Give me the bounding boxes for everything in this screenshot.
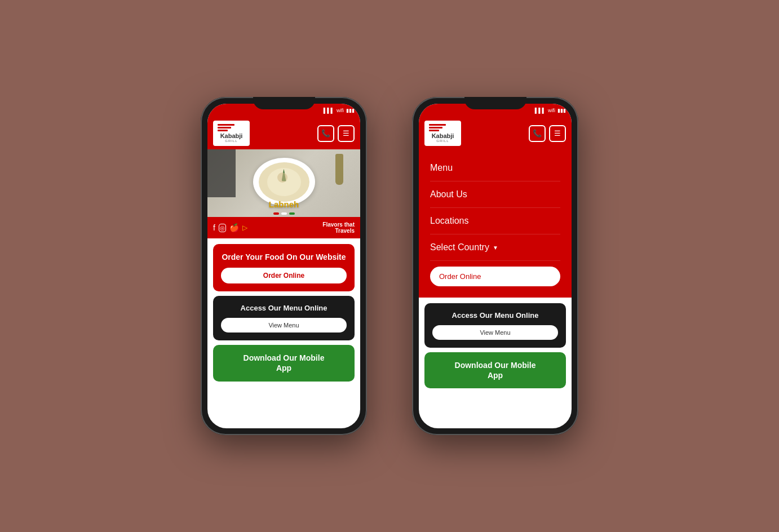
logo-line-1 — [218, 124, 234, 126]
instagram-icon[interactable]: ◎ — [219, 224, 226, 232]
download-section-2: Download Our Mobile App — [424, 352, 566, 388]
app-header-2: Kababji GRILL 📞 ☰ — [419, 117, 572, 149]
facebook-icon[interactable]: f — [213, 223, 215, 232]
tagline-1: Flavors that Travels — [322, 221, 355, 234]
download-section-1: Download Our Mobile App — [213, 345, 355, 381]
dish-label: Labneh — [269, 200, 299, 209]
nav-locations-label: Locations — [430, 216, 469, 225]
dot-green — [289, 212, 295, 215]
order-title-1: Order Your Food On Our Website — [221, 252, 347, 262]
plate — [253, 158, 315, 206]
phone-2: ▌▌▌ wifi ▮▮▮ Kababji GRILL 📞 ☰ — [412, 97, 578, 435]
battery-icon: ▮▮▮ — [346, 108, 355, 113]
nav-country-item[interactable]: Select Country — [430, 234, 560, 261]
order-online-text: Order Online — [439, 272, 481, 281]
playstore-icon[interactable]: ▷ — [242, 224, 247, 232]
logo-line-2-2 — [429, 127, 442, 128]
logo-line-3 — [218, 130, 228, 131]
dot-white — [281, 212, 287, 215]
apple-icon[interactable]: 🍎 — [229, 223, 239, 232]
bg-food-left — [207, 149, 236, 197]
wifi-icon-2: wifi — [548, 108, 555, 113]
social-icons-1: f ◎ 🍎 ▷ — [213, 223, 247, 232]
logo-lines-2 — [429, 124, 457, 131]
logo-sub-1: GRILL — [218, 139, 245, 143]
order-online-input[interactable]: Order Online — [430, 267, 560, 286]
menu-icon-2[interactable]: ☰ — [549, 125, 566, 142]
logo-lines-1 — [218, 124, 245, 131]
view-menu-btn-2[interactable]: View Menu — [432, 325, 558, 340]
menu-section-2: Access Our Menu Online View Menu — [424, 303, 566, 348]
nav-menu-item[interactable]: Menu — [430, 155, 560, 181]
header-icons-1: 📞 ☰ — [317, 125, 355, 142]
download-line2-2: App — [488, 371, 503, 380]
order-section-1: Order Your Food On Our Website Order Onl… — [213, 244, 355, 291]
dot-red — [273, 212, 279, 215]
logo-line-2 — [218, 127, 231, 128]
nav-about-item[interactable]: About Us — [430, 181, 560, 208]
phone-icon-2[interactable]: 📞 — [529, 125, 546, 142]
download-line1: Download Our Mobile — [244, 353, 325, 362]
tagline-line2: Travels — [322, 228, 355, 234]
phone2-content: Access Our Menu Online View Menu Downloa… — [419, 298, 572, 394]
nav-country-label: Select Country — [430, 242, 489, 252]
download-title-1: Download Our Mobile App — [221, 353, 347, 373]
logo-line-2-3 — [429, 130, 439, 131]
hero-image-1: Labneh — [207, 149, 360, 217]
notch-1 — [253, 97, 315, 109]
logo-sub-2: GRILL — [429, 139, 457, 143]
nav-locations-item[interactable]: Locations — [430, 208, 560, 234]
food-surface — [259, 162, 309, 202]
download-line2: App — [276, 363, 291, 373]
battery-icon-2: ▮▮▮ — [557, 108, 566, 113]
logo-box-2: Kababji GRILL — [424, 121, 461, 146]
olive-bottle — [335, 154, 343, 185]
nav-about-label: About Us — [430, 189, 467, 199]
phone-2-screen: ▌▌▌ wifi ▮▮▮ Kababji GRILL 📞 ☰ — [419, 104, 572, 428]
order-online-btn-1[interactable]: Order Online — [221, 268, 347, 283]
content-area-1: Order Your Food On Our Website Order Onl… — [207, 238, 360, 387]
signal-icon: ▌▌▌ — [324, 108, 334, 113]
app-header-1: Kababji GRILL 📞 ☰ — [207, 117, 360, 149]
download-title-2: Download Our Mobile App — [432, 360, 558, 380]
menu-section-1: Access Our Menu Online View Menu — [213, 296, 355, 340]
view-menu-btn-1[interactable]: View Menu — [221, 318, 347, 333]
signal-icon-2: ▌▌▌ — [535, 108, 546, 113]
wifi-icon: wifi — [337, 108, 344, 113]
phone-1: ▌▌▌ wifi ▮▮▮ Kababji GRILL 📞 ☰ — [201, 97, 367, 435]
logo-box-1: Kababji GRILL — [213, 121, 250, 146]
logo-line-2-1 — [429, 124, 446, 126]
nav-menu-label: Menu — [430, 163, 453, 172]
tagline-line1: Flavors that — [322, 221, 355, 228]
notch-2 — [464, 97, 526, 109]
logo-name-1: Kababji — [218, 132, 245, 139]
menu-title-1: Access Our Menu Online — [221, 304, 347, 312]
phone-1-screen: ▌▌▌ wifi ▮▮▮ Kababji GRILL 📞 ☰ — [207, 104, 360, 428]
nav-menu: Menu About Us Locations Select Country O… — [419, 149, 572, 298]
logo-name-2: Kababji — [429, 132, 457, 139]
menu-icon-1[interactable]: ☰ — [338, 125, 355, 142]
hero-dots — [273, 212, 295, 215]
download-line1-2: Download Our Mobile — [455, 361, 536, 370]
olive-oil-pool — [277, 172, 287, 183]
header-icons-2: 📞 ☰ — [529, 125, 566, 142]
social-bar-1: f ◎ 🍎 ▷ Flavors that Travels — [207, 217, 360, 238]
labneh-base — [267, 168, 301, 196]
phone-icon-1[interactable]: 📞 — [317, 125, 334, 142]
menu-title-2: Access Our Menu Online — [432, 311, 558, 320]
